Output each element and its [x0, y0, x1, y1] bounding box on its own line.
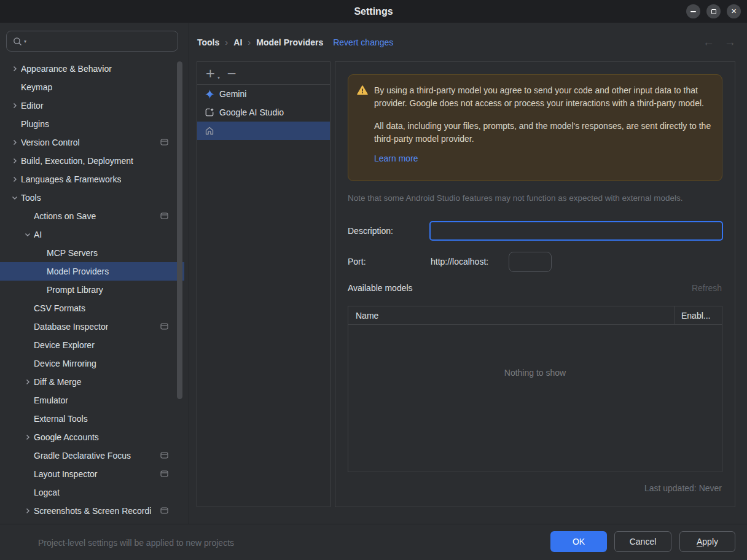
- breadcrumb-item-model-providers[interactable]: Model Providers: [256, 37, 323, 47]
- sidebar-item-label: Actions on Save: [34, 211, 96, 221]
- sidebar-item-screenshots-screen-recordi[interactable]: Screenshots & Screen Recordi: [0, 502, 184, 520]
- sidebar-item-languages-frameworks[interactable]: Languages & Frameworks: [0, 170, 184, 189]
- port-label: Port:: [348, 251, 366, 272]
- provider-item-google-ai-studio[interactable]: Google AI Studio: [197, 103, 330, 122]
- provider-item-label: Gemini: [219, 89, 246, 99]
- cancel-button[interactable]: Cancel: [614, 531, 671, 552]
- sidebar-item-emulator[interactable]: Emulator: [0, 391, 184, 410]
- sidebar-item-label: Layout Inspector: [34, 469, 98, 479]
- modified-settings-icon: [160, 212, 168, 219]
- provider-list-toolbar: +▾ −: [197, 62, 330, 85]
- search-input[interactable]: [28, 36, 171, 46]
- sidebar-item-label: External Tools: [34, 414, 88, 424]
- sidebar-item-gradle-declarative-focus[interactable]: Gradle Declarative Focus: [0, 446, 184, 465]
- chevron-right-icon[interactable]: [22, 508, 34, 514]
- chevron-right-icon[interactable]: [9, 103, 21, 109]
- sidebar-item-tools[interactable]: Tools: [0, 189, 184, 207]
- chevron-down-icon[interactable]: [22, 231, 34, 238]
- provider-item-gemini[interactable]: Gemini: [197, 85, 330, 103]
- minimize-button[interactable]: [686, 4, 700, 18]
- sidebar-item-build-execution-deployment[interactable]: Build, Execution, Deployment: [0, 152, 184, 170]
- sidebar-item-label: Prompt Library: [47, 285, 103, 295]
- sidebar-item-label: Database Inspector: [34, 322, 108, 332]
- search-options-chevron-icon[interactable]: ▾: [24, 39, 26, 44]
- sidebar-item-keymap[interactable]: Keymap: [0, 78, 184, 96]
- chevron-right-icon[interactable]: [9, 139, 21, 146]
- warning-paragraph-1: By using a third-party model you agree t…: [374, 84, 712, 110]
- breadcrumb-separator: ›: [225, 37, 228, 47]
- description-field[interactable]: [429, 221, 723, 241]
- sidebar-item-appearance-behavior[interactable]: Appearance & Behavior: [0, 60, 184, 78]
- chevron-right-icon[interactable]: [22, 379, 34, 385]
- settings-sidebar: ▾ Appearance & BehaviorKeymapEditorPlugi…: [0, 23, 189, 524]
- modified-settings-icon: [160, 470, 168, 477]
- breadcrumb-item-tools[interactable]: Tools: [197, 37, 219, 47]
- sidebar-item-google-accounts[interactable]: Google Accounts: [0, 428, 184, 446]
- sidebar-item-label: Device Explorer: [34, 340, 95, 350]
- minimize-icon: [690, 11, 696, 12]
- sidebar-item-version-control[interactable]: Version Control: [0, 133, 184, 152]
- settings-search-box[interactable]: ▾: [6, 31, 178, 52]
- sidebar-item-label: Plugins: [21, 119, 49, 129]
- breadcrumb-separator: ›: [248, 37, 251, 47]
- sidebar-item-label: Editor: [21, 101, 44, 111]
- sidebar-item-editor[interactable]: Editor: [0, 96, 184, 115]
- provider-list-panel: +▾ − GeminiGoogle AI Studio: [197, 61, 330, 507]
- learn-more-link[interactable]: Learn more: [374, 152, 418, 165]
- sidebar-item-device-explorer[interactable]: Device Explorer: [0, 336, 184, 354]
- refresh-button[interactable]: Refresh: [692, 280, 722, 296]
- model-provider-form: By using a third-party model you agree t…: [335, 61, 735, 507]
- window-title: Settings: [0, 0, 747, 23]
- breadcrumb-item-ai[interactable]: AI: [233, 37, 242, 47]
- sidebar-item-label: Emulator: [34, 395, 68, 405]
- sidebar-item-external-tools[interactable]: External Tools: [0, 410, 184, 428]
- column-header-name: Name: [348, 306, 675, 324]
- ok-button[interactable]: OK: [550, 531, 607, 552]
- close-icon: ✕: [731, 8, 737, 15]
- search-icon: [13, 37, 22, 46]
- chevron-right-icon[interactable]: [22, 434, 34, 440]
- forward-arrow-icon[interactable]: →: [724, 36, 736, 48]
- sidebar-item-prompt-library[interactable]: Prompt Library: [0, 281, 184, 299]
- close-button[interactable]: ✕: [727, 4, 741, 18]
- available-models-label: Available models: [348, 280, 413, 296]
- port-field[interactable]: [509, 252, 552, 272]
- sidebar-item-csv-formats[interactable]: CSV Formats: [0, 299, 184, 317]
- sidebar-item-label: Screenshots & Screen Recordi: [34, 506, 151, 516]
- window-controls: ✕: [686, 4, 741, 18]
- sidebar-item-actions-on-save[interactable]: Actions on Save: [0, 207, 184, 225]
- sidebar-item-layout-inspector[interactable]: Layout Inspector: [0, 465, 184, 483]
- sidebar-item-label: Keymap: [21, 82, 52, 92]
- maximize-button[interactable]: [706, 4, 721, 18]
- chevron-right-icon[interactable]: [9, 66, 21, 72]
- gemini-icon: [205, 89, 214, 99]
- dialog-footer: ? Project-level settings will be applied…: [0, 524, 747, 560]
- maximize-icon: [711, 9, 716, 14]
- apply-button[interactable]: Apply: [679, 531, 735, 552]
- sidebar-item-mcp-servers[interactable]: MCP Servers: [0, 244, 184, 262]
- warning-paragraph-2: All data, including your files, prompts,…: [374, 120, 712, 146]
- sidebar-item-label: Appearance & Behavior: [21, 64, 112, 74]
- chevron-down-icon[interactable]: [9, 195, 21, 201]
- chevron-right-icon[interactable]: [9, 158, 21, 164]
- footer-hint: Project-level settings will be applied t…: [38, 524, 234, 560]
- sidebar-scrollbar[interactable]: [177, 61, 182, 399]
- sidebar-item-database-inspector[interactable]: Database Inspector: [0, 317, 184, 336]
- breadcrumb-bar: Tools›AI›Model Providers Revert changes …: [190, 23, 747, 61]
- sidebar-item-device-mirroring[interactable]: Device Mirroring: [0, 354, 184, 373]
- remove-provider-button[interactable]: −: [227, 67, 237, 79]
- sidebar-item-model-providers[interactable]: Model Providers: [0, 262, 184, 281]
- add-dropdown-icon: ▾: [217, 76, 220, 80]
- back-arrow-icon[interactable]: ←: [703, 36, 714, 48]
- chevron-right-icon[interactable]: [9, 176, 21, 182]
- sidebar-item-ai[interactable]: AI: [0, 225, 184, 244]
- sidebar-item-label: MCP Servers: [47, 248, 98, 258]
- sidebar-item-diff-merge[interactable]: Diff & Merge: [0, 373, 184, 391]
- sidebar-item-logcat[interactable]: Logcat: [0, 483, 184, 502]
- history-nav: ← →: [703, 23, 736, 61]
- revert-changes-link[interactable]: Revert changes: [333, 37, 393, 47]
- sidebar-item-plugins[interactable]: Plugins: [0, 115, 184, 133]
- provider-item-custom[interactable]: [197, 122, 330, 140]
- add-provider-button[interactable]: +▾: [205, 67, 216, 79]
- port-prefix: http://localhost:: [431, 251, 488, 272]
